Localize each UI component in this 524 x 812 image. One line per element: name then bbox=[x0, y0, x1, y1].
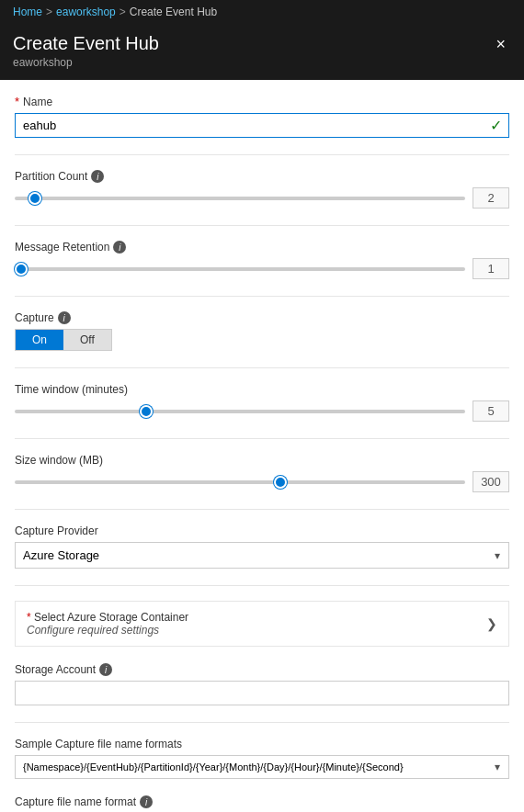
storage-container-field-group: * Select Azure Storage Container Configu… bbox=[15, 601, 509, 647]
time-window-value: 5 bbox=[473, 400, 509, 422]
size-window-label: Size window (MB) bbox=[15, 454, 509, 467]
capture-filename-info-icon[interactable]: i bbox=[140, 795, 153, 808]
storage-container-row[interactable]: * Select Azure Storage Container Configu… bbox=[15, 601, 509, 647]
message-retention-info-icon[interactable]: i bbox=[113, 241, 126, 254]
name-input[interactable] bbox=[15, 113, 509, 138]
message-retention-field-group: Message Retention i 1 bbox=[15, 241, 509, 279]
capture-toggle-group: On Off bbox=[15, 329, 112, 351]
divider-7 bbox=[15, 585, 509, 586]
name-field-group: * Name ✓ bbox=[15, 95, 509, 138]
name-input-wrapper: ✓ bbox=[15, 113, 509, 138]
divider-5 bbox=[15, 438, 509, 439]
capture-filename-label: Capture file name format i bbox=[15, 795, 509, 808]
storage-account-info-icon[interactable]: i bbox=[99, 663, 112, 676]
sample-format-select[interactable]: {Namespace}/{EventHub}/{PartitionId}/{Ye… bbox=[15, 755, 509, 779]
divider-4 bbox=[15, 367, 509, 368]
header-subtitle: eaworkshop bbox=[13, 56, 159, 69]
name-check-icon: ✓ bbox=[490, 117, 502, 134]
partition-count-info-icon[interactable]: i bbox=[91, 170, 104, 183]
message-retention-label: Message Retention i bbox=[15, 241, 509, 254]
time-window-slider-row: 5 bbox=[15, 400, 509, 422]
divider-8 bbox=[15, 722, 509, 723]
page-title: Create Event Hub bbox=[13, 33, 159, 54]
partition-count-field-group: Partition Count i 2 bbox=[15, 170, 509, 209]
storage-container-chevron-right-icon: ❯ bbox=[486, 616, 497, 631]
breadcrumb-workspace[interactable]: eaworkshop bbox=[56, 6, 116, 18]
size-window-field-group: Size window (MB) 300 bbox=[15, 454, 509, 492]
divider-2 bbox=[15, 225, 509, 226]
size-window-slider-row: 300 bbox=[15, 471, 509, 492]
capture-label: Capture i bbox=[15, 311, 509, 324]
storage-account-input[interactable] bbox=[15, 681, 509, 705]
capture-provider-field-group: Capture Provider Azure Storage Azure Dat… bbox=[15, 524, 509, 569]
page-header: Create Event Hub eaworkshop × bbox=[0, 24, 524, 80]
message-retention-slider-container bbox=[15, 260, 465, 278]
name-required-star: * bbox=[15, 95, 19, 108]
capture-provider-select-wrapper: Azure Storage Azure Data Lake Store Gen1… bbox=[15, 542, 509, 569]
capture-on-button[interactable]: On bbox=[16, 330, 63, 350]
capture-filename-field-group: Capture file name format i bbox=[15, 795, 509, 812]
sample-format-field-group: Sample Capture file name formats {Namesp… bbox=[15, 738, 509, 779]
capture-off-button[interactable]: Off bbox=[63, 330, 111, 350]
close-button[interactable]: × bbox=[490, 33, 511, 56]
partition-count-slider-container bbox=[15, 189, 465, 208]
time-window-slider-container bbox=[15, 402, 465, 421]
storage-account-field-group: Storage Account i bbox=[15, 663, 509, 705]
sample-format-select-wrapper: {Namespace}/{EventHub}/{PartitionId}/{Ye… bbox=[15, 755, 509, 779]
partition-count-slider-row: 2 bbox=[15, 187, 509, 209]
breadcrumb: Home > eaworkshop > Create Event Hub bbox=[0, 0, 524, 24]
divider-1 bbox=[15, 154, 509, 155]
form-body: * Name ✓ Partition Count i 2 Message Ret… bbox=[0, 80, 524, 812]
size-window-value: 300 bbox=[473, 471, 509, 492]
breadcrumb-current: Create Event Hub bbox=[130, 6, 217, 18]
breadcrumb-home[interactable]: Home bbox=[13, 6, 42, 18]
message-retention-slider-row: 1 bbox=[15, 258, 509, 279]
time-window-label: Time window (minutes) bbox=[15, 383, 509, 396]
message-retention-slider[interactable] bbox=[15, 267, 465, 271]
time-window-field-group: Time window (minutes) 5 bbox=[15, 383, 509, 422]
size-window-slider-container bbox=[15, 473, 465, 491]
partition-count-slider[interactable] bbox=[15, 197, 465, 200]
capture-info-icon[interactable]: i bbox=[58, 311, 71, 324]
storage-container-placeholder: Configure required settings bbox=[27, 624, 188, 637]
capture-provider-select[interactable]: Azure Storage Azure Data Lake Store Gen1… bbox=[15, 542, 509, 569]
sample-format-label: Sample Capture file name formats bbox=[15, 738, 509, 750]
message-retention-value: 1 bbox=[473, 258, 509, 279]
divider-6 bbox=[15, 509, 509, 510]
time-window-slider[interactable] bbox=[15, 410, 465, 413]
capture-provider-label: Capture Provider bbox=[15, 524, 509, 537]
storage-container-required-star: * bbox=[27, 611, 31, 624]
partition-count-label: Partition Count i bbox=[15, 170, 509, 183]
size-window-slider[interactable] bbox=[15, 480, 465, 484]
partition-count-value: 2 bbox=[473, 187, 509, 209]
breadcrumb-sep1: > bbox=[46, 6, 52, 18]
storage-account-label: Storage Account i bbox=[15, 663, 509, 676]
divider-3 bbox=[15, 296, 509, 297]
name-label: * Name bbox=[15, 95, 509, 108]
breadcrumb-sep2: > bbox=[120, 6, 126, 18]
storage-container-required-label: * Select Azure Storage Container bbox=[27, 611, 188, 624]
capture-field-group: Capture i On Off bbox=[15, 311, 509, 351]
